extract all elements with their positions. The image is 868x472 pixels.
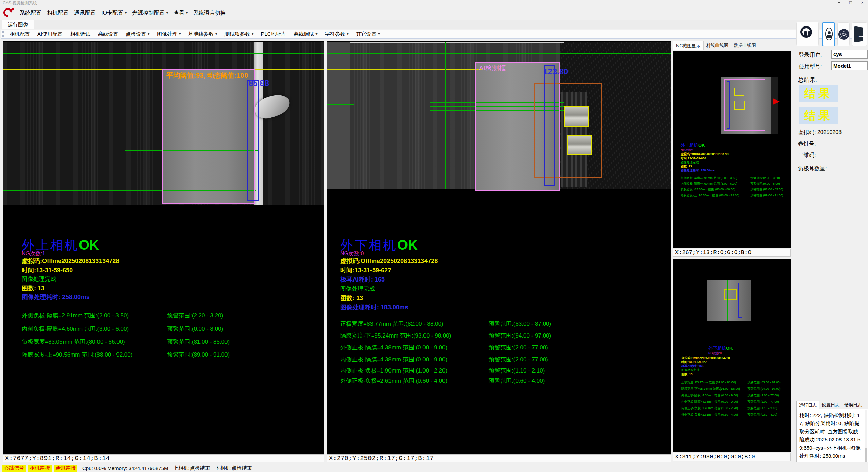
warn-range: 预警范围:(81.00 - 85.00) (167, 338, 230, 346)
ng-count: NG次数:1 (22, 250, 45, 257)
tool-offline-debug[interactable]: 离线调试 (290, 31, 321, 37)
user-group-button[interactable] (837, 22, 850, 46)
maximize-button[interactable]: □ (845, 0, 856, 6)
tab-run-log[interactable]: 运行日志 (796, 401, 819, 409)
qr-code-label: 二维码: (798, 152, 816, 159)
tool-plc-address-lib[interactable]: PLC地址库 (257, 31, 290, 37)
app-window: CYS-视觉检测系统 − □ × 系统配置 相机配置 通讯配置 IO卡配置 光源… (0, 0, 868, 472)
tab-setting-log[interactable]: 设置日志 (819, 401, 842, 409)
measurement-text: 内侧正极-负极=1.90mm 范围:(1.00 - 2.20) (340, 367, 447, 374)
mini-warn: 预警范围:(1.10 - 2.10) (747, 406, 777, 411)
pause-bar-right (808, 31, 810, 37)
process-done: 图像处理完成 (22, 275, 56, 283)
measurement-text: 外侧负极-隔膜=2.91mm 范围:(2.00 - 3.50) (22, 312, 129, 319)
green-baseline (327, 53, 671, 54)
measurement-row: 内侧正极-隔膜=4.38mm 范围:(0.00 - 9.00) 预警范围:(2.… (340, 356, 659, 363)
mini-warn: 预警范围:(2.20 - 3.20) (750, 176, 780, 180)
reel-number-label: 卷针号: (798, 141, 816, 148)
mini-blue-box (738, 283, 742, 318)
mini-measurement-text: 负极宽度=83.05mm 范围:(80.00 - 86.00) (681, 188, 735, 191)
measurement-row: 内侧正极-负极=1.90mm 范围:(1.00 - 2.20) 预警范围:(1.… (340, 367, 659, 375)
ai-time: 极耳AI耗时: 165 (340, 275, 385, 284)
login-user-field[interactable]: cys (831, 50, 868, 59)
tool-image-processing[interactable]: 图像处理 (153, 31, 184, 37)
menu-comm-config[interactable]: 通讯配置 (74, 10, 96, 17)
tool-char-params[interactable]: 字符参数 (321, 31, 352, 37)
group-bodies (840, 35, 847, 38)
tab-run-image[interactable]: 运行图像 (2, 20, 34, 29)
tab-data-curve[interactable]: 数据曲线图 (731, 41, 759, 50)
green-vertical-line (445, 42, 446, 189)
minimize-button[interactable]: − (833, 0, 845, 6)
warn-range: 预警范围:(0.60 - 4.00) (489, 377, 545, 385)
log-scrollbar[interactable] (865, 410, 867, 462)
model-field[interactable]: Model1 (831, 61, 868, 70)
user-button[interactable] (822, 22, 835, 46)
result-ok: OK (397, 237, 418, 252)
menu-camera-config[interactable]: 相机配置 (47, 10, 69, 17)
tab-line-curve[interactable]: 料线曲线图 (704, 41, 731, 50)
mini-warn: 预警范围:(2.00 - 77.00) (747, 393, 779, 398)
right-coord-bar: X:270;Y:2502;R:17;G:17;B:17 (327, 454, 671, 462)
tool-ai-use-config[interactable]: AI使用配置 (34, 31, 66, 37)
measure-value-overlay: 85.88 (249, 78, 269, 88)
mini-green-line-1 (673, 292, 785, 292)
comm-connect-badge: 通讯连接 (54, 465, 77, 472)
mini-process-time: 图像处理耗时: 258.00ms (681, 168, 715, 173)
menu-language-switch[interactable]: 系统语言切换 (193, 10, 226, 17)
blue-measure-box (247, 80, 259, 201)
group-head-3 (845, 33, 847, 35)
pause-button[interactable] (796, 22, 819, 46)
camera-connect-badge: 相机连接 (28, 465, 52, 472)
tool-spot-check-setting[interactable]: 点检设置 (122, 31, 153, 37)
mini-green-line-2 (673, 296, 785, 296)
measurement-row: 外侧正极-负极=2.61mm 范围:(0.60 - 4.00) 预警范围:(0.… (340, 377, 659, 385)
menu-io-card-config[interactable]: IO卡配置 (101, 10, 127, 17)
tool-camera-debug[interactable]: 相机调试 (66, 31, 94, 37)
mini-measurement-row: 内侧正极-负极=1.90mm 范围:(1.00 - 2.20)预警范围:(1.1… (681, 406, 790, 411)
mini-measurement-text: 外侧负极-隔膜=2.91mm 范围:(2.00 - 3.50) (681, 176, 737, 180)
pause-bar-left (804, 31, 807, 37)
toolbar-grip[interactable] (2, 31, 4, 37)
tool-baseline-params[interactable]: 基准线参数 (184, 31, 221, 37)
mini-yellow-box-1 (734, 88, 744, 96)
warn-range: 预警范围:(2.20 - 3.20) (167, 312, 223, 320)
virtual-code: 虚拟码:Offline20250208133134728 (22, 257, 119, 265)
tool-test-item-params[interactable]: 测试项参数 (221, 31, 257, 37)
exit-arrow-icon: → (857, 32, 864, 39)
tool-other-settings[interactable]: 其它设置 (352, 31, 384, 37)
close-button[interactable]: × (856, 0, 868, 6)
log-content-box[interactable]: 耗时: 222, 缺陷检测耗时: 17, 缺陷分类耗时: 0, 缺陷提取分区耗时… (796, 409, 868, 462)
mini-ng-count: NG次数:0 (708, 351, 722, 356)
left-camera-viewport[interactable]: 平均阈值:93, 动态阈值:100 85.88 外上相机OK NG次数:1 虚拟… (3, 41, 324, 454)
result-box-lower: 结果 (799, 107, 838, 124)
menu-light-control-config[interactable]: 光源控制配置 (132, 10, 168, 17)
mini-warn: 预警范围:(94.00 - 97.00) (747, 387, 781, 391)
virtual-code-line: 虚拟码: 20250208 (798, 129, 842, 136)
mini-measurement-row: 外侧正极-隔膜=4.38mm 范围:(0.00 - 9.00)预警范围:(2.0… (681, 393, 790, 398)
mini-warn: 预警范围:(83.00 - 87.00) (747, 380, 781, 385)
mini-camera-image (707, 280, 751, 321)
cpu-memory-status: Cpu: 0.0% Memory: 3424.41796875M (82, 465, 168, 471)
ng-snapshot-panel-upper[interactable]: 外上相机OK NG次数:1 虚拟码:Offline202502081331347… (673, 51, 791, 248)
menu-system-config[interactable]: 系统配置 (20, 10, 41, 17)
measurement-text: 正极宽度=83.77mm 范围:(82.00 - 88.00) (340, 321, 444, 327)
tool-offline-setting[interactable]: 离线设置 (94, 31, 122, 37)
tab-error-log[interactable]: 错误日志 (842, 401, 864, 409)
menu-view[interactable]: 查看 (174, 10, 188, 17)
log-scrollbar-thumb[interactable] (865, 448, 867, 462)
tab-ng-screenshot[interactable]: NG截图显示 (673, 41, 704, 50)
measurement-text: 外侧正极-隔膜=4.38mm 范围:(0.00 - 9.00) (340, 344, 447, 351)
yellow-tab-box-2 (567, 135, 592, 155)
capture-time: 时间:13-31-59-650 (22, 266, 73, 274)
right-camera-viewport[interactable]: AI检测框 123.80 外下相机OK NG次数:0 虚拟码:Offline20… (327, 41, 671, 454)
lower-camera-status: 下相机:点检结束 (215, 465, 252, 471)
result-ok: OK (698, 143, 705, 148)
mini-measurement-text: 内侧正极-隔膜=4.38mm 范围:(0.00 - 9.00) (681, 400, 738, 403)
tool-camera-config[interactable]: 相机配置 (6, 31, 34, 37)
measurement-row: 外侧负极-隔膜=2.91mm 范围:(2.00 - 3.50) 预警范围:(2.… (22, 312, 321, 320)
green-vertical-line (129, 42, 129, 205)
camera-name: 外下相机 (708, 346, 726, 351)
exit-button[interactable]: → (852, 22, 867, 46)
ng-snapshot-panel-lower[interactable]: 外下相机OK NG次数:0 虚拟码:Offline202502081331347… (673, 259, 791, 452)
